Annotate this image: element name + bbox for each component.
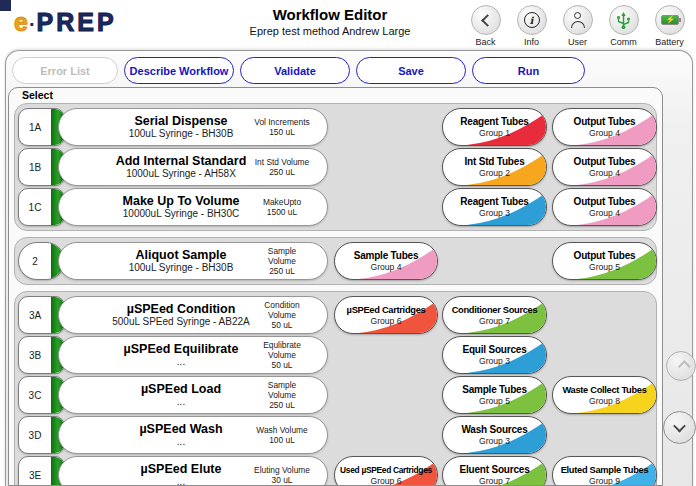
corner-swoosh	[553, 109, 656, 145]
step-title: µSPEed Wash	[139, 422, 222, 436]
step-button-add-internal-standard[interactable]: Add Internal Standard 1000uL Syringe - A…	[58, 148, 328, 186]
step-text: µSPEed Condition 500uL SPEed Syringe - A…	[59, 297, 275, 333]
back-icon[interactable]	[471, 5, 501, 35]
tube-button-eluent-sources-group7[interactable]: Eluent Sources Group 7	[442, 456, 547, 486]
tube-button-conditioner-sources-group7[interactable]: Conditioner Sources Group 7	[442, 296, 547, 334]
step-tab-label: 3C	[19, 377, 51, 413]
workflow-step-3e: 3E µSPEed Elute ... Eluting Volume 30 uL…	[15, 456, 656, 486]
corner-swoosh	[443, 337, 546, 373]
user-button[interactable]: User	[559, 5, 596, 47]
comm-button[interactable]: Comm	[605, 5, 642, 47]
tube-button-output-tubes-group4[interactable]: Output Tubes Group 4	[552, 188, 657, 226]
back-button[interactable]: Back	[467, 5, 504, 47]
tube-button-waste-collect-tubes-group8[interactable]: Waste Collect Tubes Group 8	[552, 376, 657, 414]
usb-glyph	[615, 11, 632, 30]
comm-label: Comm	[610, 37, 637, 47]
tube-button-reagent-tubes-group1[interactable]: Reagent Tubes Group 1	[442, 108, 547, 146]
tube-button-reagent-tubes-group3[interactable]: Reagent Tubes Group 3	[442, 188, 547, 226]
battery-label: Battery	[655, 37, 684, 47]
step-button-aliquot-sample[interactable]: Aliquot Sample 100uL Syringe - BH30B Sam…	[58, 242, 328, 280]
tube-button-label: Waste Collect Tubes	[562, 385, 646, 395]
panel-label: Select	[18, 89, 57, 101]
step-tab-label: 3D	[19, 417, 51, 453]
tube-button-group: Group 9	[589, 476, 620, 486]
tube-button-int-std-tubes-group2[interactable]: Int Std Tubes Group 2	[442, 148, 547, 186]
info-icon[interactable]: i	[517, 5, 547, 35]
scroll-up-button[interactable]	[666, 351, 696, 381]
describe-workflow-button[interactable]: Describe Workflow	[124, 57, 234, 84]
step-syringe: 10000uL Syringe - BH30C	[123, 208, 239, 220]
step-button-uspeed-elute[interactable]: µSPEed Elute ... Eluting Volume 30 uL	[58, 456, 328, 486]
step-syringe: ...	[177, 356, 185, 368]
step-button-make-up-to-volume[interactable]: Make Up To Volume 10000uL Syringe - BH30…	[58, 188, 328, 226]
step-syringe: 1000uL Syringe - AH58X	[126, 168, 236, 180]
step-title: µSPEed Elute	[141, 462, 222, 476]
step-parameter: Condition Volume 50 uL	[246, 300, 318, 330]
step-title: Serial Dispense	[134, 114, 227, 128]
corner-swoosh	[553, 243, 656, 279]
step-parameter: Eluting Volume 30 uL	[246, 465, 318, 485]
scroll-down-button[interactable]	[663, 411, 696, 444]
step-syringe: ...	[177, 396, 185, 408]
tube-button-wash-sources-group3[interactable]: Wash Sources Group 3	[442, 416, 547, 454]
usb-comm-icon[interactable]	[609, 5, 639, 35]
step-button-uspeed-load[interactable]: µSPEed Load ... Sample Volume 250 uL	[58, 376, 328, 414]
run-button[interactable]: Run	[472, 57, 585, 84]
step-syringe: ...	[177, 436, 185, 448]
tube-button-group: Group 6	[370, 316, 401, 326]
logo-e: e	[14, 8, 29, 36]
logo-prep: PREP	[37, 8, 117, 36]
window-corner-chip	[0, 0, 11, 11]
step-text: Serial Dispense 100uL Syringe - BH30B	[59, 109, 275, 145]
logo-dot: ·	[29, 13, 37, 35]
tube-button-sample-tubes-group5[interactable]: Sample Tubes Group 5	[442, 376, 547, 414]
battery-icon[interactable]: ⚡	[655, 5, 685, 35]
tube-button-output-tubes-group5[interactable]: Output Tubes Group 5	[552, 242, 657, 280]
tube-button-group: Group 3	[479, 436, 510, 446]
tube-button-label: Used µSPEed Cartridges	[340, 465, 432, 475]
step-parameter: Wash Volume 100 uL	[246, 425, 318, 445]
tube-button-group: Group 2	[479, 168, 510, 178]
error-list-button[interactable]: Error List	[12, 57, 118, 84]
tube-button-eluted-sample-tubes-group9[interactable]: Eluted Sample Tubes Group 9	[552, 456, 657, 486]
tube-button-group: Group 4	[589, 128, 620, 138]
tube-button-output-tubes-group4[interactable]: Output Tubes Group 4	[552, 148, 657, 186]
step-button-uspeed-wash[interactable]: µSPEed Wash ... Wash Volume 100 uL	[58, 416, 328, 454]
toolbar: Error List Describe Workflow Validate Sa…	[12, 57, 585, 84]
step-button-serial-dispense[interactable]: Serial Dispense 100uL Syringe - BH30B Vo…	[58, 108, 328, 146]
user-label: User	[568, 37, 587, 47]
step-title: Add Internal Standard	[116, 154, 247, 168]
step-button-uspeed-condition[interactable]: µSPEed Condition 500uL SPEed Syringe - A…	[58, 296, 328, 334]
info-button[interactable]: i Info	[513, 5, 550, 47]
step-parameter: Vol Increments 150 uL	[246, 117, 318, 137]
step-button-uspeed-equilibrate[interactable]: µSPEed Equilibrate ... Equlibrate Volume…	[58, 336, 328, 374]
tube-button-sample-tubes-group4[interactable]: Sample Tubes Group 4	[334, 242, 438, 280]
validate-button[interactable]: Validate	[240, 57, 350, 84]
tube-button-uspeed-cartridges-group6[interactable]: µSPEed Cartridges Group 6	[334, 296, 438, 334]
tube-button-group: Group 7	[479, 316, 510, 326]
step-text: µSPEed Elute ...	[59, 457, 275, 486]
tube-button-group: Group 4	[370, 262, 401, 272]
tube-button-group: Group 4	[589, 208, 620, 218]
chevron-up-icon	[677, 360, 690, 373]
tube-button-group: Group 3	[479, 208, 510, 218]
step-parameter: Sample Volume 250 uL	[246, 246, 318, 276]
tube-button-equil-sources-group3[interactable]: Equil Sources Group 3	[442, 336, 547, 374]
page-title: Workflow Editor	[160, 6, 500, 23]
tube-button-used-uspeed-cartridges-group6[interactable]: Used µSPEed Cartridges Group 6	[334, 456, 438, 486]
workflow-step-1b: 1B Add Internal Standard 1000uL Syringe …	[15, 148, 656, 186]
battery-button[interactable]: ⚡ Battery	[651, 5, 688, 47]
tube-button-label: Conditioner Sources	[452, 305, 538, 315]
user-icon[interactable]	[563, 5, 593, 35]
step-group-2: 2 Aliquot Sample 100uL Syringe - BH30B S…	[14, 237, 657, 285]
save-button[interactable]: Save	[356, 57, 466, 84]
workflow-step-2: 2 Aliquot Sample 100uL Syringe - BH30B S…	[15, 242, 656, 280]
step-tab-label: 3E	[19, 457, 51, 486]
back-label: Back	[475, 37, 495, 47]
tube-button-output-tubes-group4[interactable]: Output Tubes Group 4	[552, 108, 657, 146]
workflow-step-3d: 3D µSPEed Wash ... Wash Volume 100 uL Wa…	[15, 416, 656, 454]
step-syringe: 100uL Syringe - BH30B	[129, 262, 234, 274]
tube-button-label: µSPEed Cartridges	[347, 305, 426, 315]
tube-button-group: Group 5	[479, 396, 510, 406]
tube-button-label: Reagent Tubes	[460, 116, 528, 127]
